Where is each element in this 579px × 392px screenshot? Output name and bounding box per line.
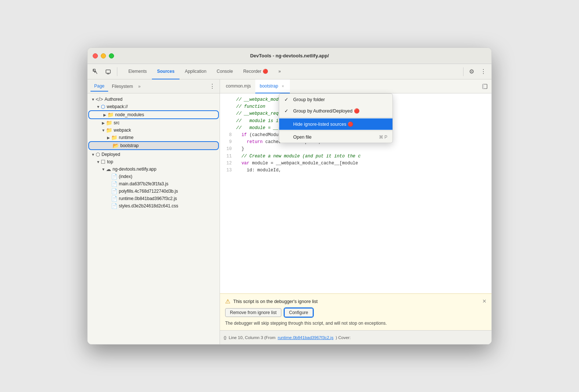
tree-index[interactable]: ▶ 📄 (index) bbox=[88, 173, 220, 180]
box-icon: ☐ bbox=[101, 159, 106, 165]
tree-webpack[interactable]: ▼ ⬡ webpack:// bbox=[88, 103, 220, 110]
remove-from-ignore-button[interactable]: Remove from ignore list bbox=[225, 308, 281, 317]
menu-separator bbox=[279, 117, 392, 118]
maximize-button[interactable] bbox=[109, 53, 114, 58]
html-icon: 📄 bbox=[111, 174, 117, 179]
tree-label-webpack-folder: webpack bbox=[114, 128, 131, 133]
tab-filesystem[interactable]: Filesystem bbox=[108, 82, 136, 91]
menu-label-group-authored: Group by Authored/Deployed 🔴 bbox=[293, 108, 360, 114]
main-content: Page Filesystem » ⋮ ▼ </> Authored bbox=[88, 79, 491, 344]
menu-label-hide-ignore: Hide ignore-listed sources 🔴 bbox=[293, 121, 354, 127]
tab-application[interactable]: Application bbox=[180, 64, 212, 79]
folder-icon-bootstrap: 📂 bbox=[113, 143, 119, 149]
device-icon[interactable] bbox=[103, 67, 113, 77]
tree-styles-css[interactable]: ▶ 📄 styles.d3e2b24618d2c641.css bbox=[88, 202, 220, 210]
cloud-icon: ☁ bbox=[106, 166, 111, 172]
tree-label-styles-css: styles.d3e2b24618d2c641.css bbox=[119, 203, 178, 209]
tree-label-netlify: ng-devtools.netlify.app bbox=[113, 167, 156, 172]
file-tree: ▼ </> Authored ▼ ⬡ webpack:// ▶ 📁 node_m… bbox=[88, 93, 220, 344]
menu-label-group-folder: Group by folder bbox=[293, 97, 325, 102]
tree-deployed[interactable]: ▼ ⬡ Deployed bbox=[88, 151, 220, 158]
menu-label-open-file: Open file bbox=[293, 135, 312, 140]
webpack-icon: ⬡ bbox=[101, 104, 105, 110]
tab-page[interactable]: Page bbox=[90, 81, 108, 92]
close-tab-icon[interactable]: × bbox=[280, 83, 285, 89]
configure-button[interactable]: Configure bbox=[284, 308, 313, 317]
arrow-right-icon3: ▶ bbox=[106, 136, 111, 140]
tab-recorder[interactable]: Recorder 🔴 bbox=[238, 64, 273, 79]
checkmark-icon: ✓ bbox=[284, 97, 290, 102]
tree-node-modules[interactable]: ▶ 📁 node_modules bbox=[89, 111, 218, 118]
folder-icon-runtime: 📁 bbox=[111, 135, 117, 140]
more-button[interactable]: ⋮ bbox=[478, 67, 489, 77]
close-button[interactable] bbox=[93, 53, 98, 58]
close-banner-button[interactable]: × bbox=[482, 297, 486, 305]
arrow-right-icon: ▶ bbox=[102, 113, 107, 117]
inspect-icon[interactable] bbox=[90, 67, 101, 77]
ignore-banner-buttons: Remove from ignore list Configure bbox=[225, 308, 486, 317]
tree-label-runtime: runtime bbox=[119, 135, 134, 140]
css-icon: 📄 bbox=[111, 203, 117, 209]
editor-tab-common-label: common.mjs bbox=[226, 83, 251, 89]
tree-top[interactable]: ▼ ☐ top bbox=[88, 158, 220, 165]
tree-label-bootstrap: bootstrap bbox=[120, 143, 139, 148]
arrow-down-icon5: ▼ bbox=[96, 160, 101, 164]
editor-tab-bootstrap[interactable]: bootstrap × bbox=[255, 79, 290, 93]
ignore-banner-title: This script is on the debugger's ignore … bbox=[233, 299, 318, 304]
titlebar: DevTools - ng-devtools.netlify.app/ bbox=[88, 48, 491, 64]
toolbar-icons bbox=[90, 67, 119, 77]
tree-main-js[interactable]: ▶ 📄 main.da63f7b2fe3f1fa3.js bbox=[88, 180, 220, 188]
menu-open-file[interactable]: Open file ⌘ P bbox=[279, 132, 392, 143]
panel-menu-button[interactable]: ⋮ bbox=[208, 82, 217, 91]
menu-separator2 bbox=[279, 131, 392, 131]
tree-bootstrap[interactable]: ▶ 📂 bootstrap bbox=[89, 142, 218, 149]
tab-more[interactable]: » bbox=[273, 64, 286, 79]
menu-group-by-folder[interactable]: ✓ Group by folder bbox=[279, 94, 392, 105]
tree-label-index: (index) bbox=[119, 174, 132, 179]
arrow-down-icon3: ▼ bbox=[101, 128, 106, 132]
ignore-banner-description: The debugger will skip stepping through … bbox=[225, 320, 486, 327]
tab-console[interactable]: Console bbox=[212, 64, 238, 79]
tree-label-runtime-js: runtime.0b841bad3967f3c2.js bbox=[119, 196, 177, 201]
status-link[interactable]: runtime.0b841bad3967f3c2.js bbox=[278, 335, 334, 340]
tree-label-main-js: main.da63f7b2fe3f1fa3.js bbox=[119, 181, 168, 186]
minimize-button[interactable] bbox=[101, 53, 106, 58]
menu-group-by-authored[interactable]: ✓ Group by Authored/Deployed 🔴 bbox=[279, 105, 392, 117]
arrow-down-icon: ▼ bbox=[90, 97, 96, 101]
status-suffix: ) Cover: bbox=[335, 335, 351, 340]
folder-icon-node-modules: 📁 bbox=[107, 112, 114, 118]
tree-runtime-js[interactable]: ▶ 📄 runtime.0b841bad3967f3c2.js bbox=[88, 195, 220, 202]
svg-rect-2 bbox=[107, 74, 109, 74]
editor-tab-common[interactable]: common.mjs bbox=[221, 79, 255, 93]
tree-polyfills-js[interactable]: ▶ 📄 polyfills.4c768d7122740d3b.js bbox=[88, 188, 220, 195]
tree-netlify[interactable]: ▼ ☁ ng-devtools.netlify.app bbox=[88, 165, 220, 173]
arrow-down-icon2: ▼ bbox=[96, 105, 101, 109]
tree-authored[interactable]: ▼ </> Authored bbox=[88, 96, 220, 103]
status-text: Line 10, Column 3 (From bbox=[229, 335, 276, 340]
tree-runtime[interactable]: ▶ 📁 runtime bbox=[88, 134, 220, 141]
editor-tabs: common.mjs bootstrap × bbox=[220, 79, 491, 93]
tree-label-deployed: Deployed bbox=[102, 152, 120, 157]
collapse-panel-button[interactable] bbox=[480, 81, 490, 92]
tree-src[interactable]: ▶ 📁 src bbox=[88, 119, 220, 126]
tab-sources[interactable]: Sources bbox=[152, 64, 180, 79]
shortcut-label: ⌘ P bbox=[379, 135, 387, 140]
arrow-down-icon6: ▼ bbox=[101, 167, 106, 171]
tree-label-node-modules: node_modules bbox=[115, 112, 144, 117]
code-line: 13 id: moduleId, bbox=[220, 167, 491, 174]
js-icon-polyfills: 📄 bbox=[111, 188, 117, 194]
tree-label-polyfills: polyfills.4c768d7122740d3b.js bbox=[119, 189, 178, 194]
right-panel: common.mjs bootstrap × // __webpack bbox=[220, 79, 491, 344]
code-line: 10 } bbox=[220, 146, 491, 153]
ignore-banner-header: ⚠ This script is on the debugger's ignor… bbox=[225, 297, 486, 305]
tree-label-src: src bbox=[114, 120, 120, 125]
toolbar-right: ⚙ ⋮ bbox=[462, 67, 489, 77]
settings-button[interactable]: ⚙ bbox=[466, 67, 477, 77]
menu-hide-ignore[interactable]: Hide ignore-listed sources 🔴 bbox=[279, 118, 392, 130]
editor-tab-bootstrap-label: bootstrap bbox=[260, 83, 278, 89]
arrow-right-icon2: ▶ bbox=[101, 121, 106, 125]
tree-webpack-folder[interactable]: ▼ 📁 webpack bbox=[88, 126, 220, 134]
tab-elements[interactable]: Elements bbox=[123, 64, 152, 79]
tree-label-webpack: webpack:// bbox=[107, 104, 128, 109]
left-panel-more[interactable]: » bbox=[138, 84, 141, 89]
